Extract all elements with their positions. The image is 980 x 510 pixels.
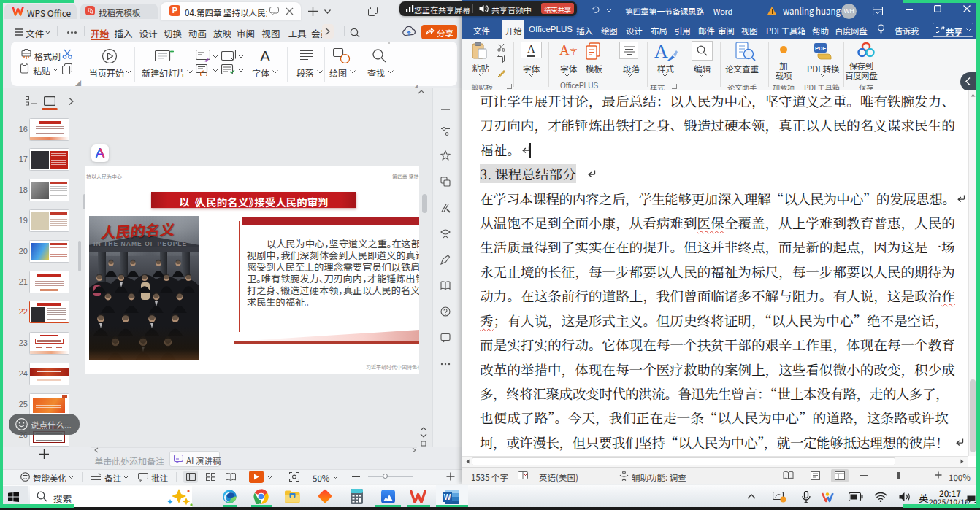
svg-text:PDF: PDF — [815, 45, 826, 52]
svg-text:W: W — [444, 493, 451, 501]
